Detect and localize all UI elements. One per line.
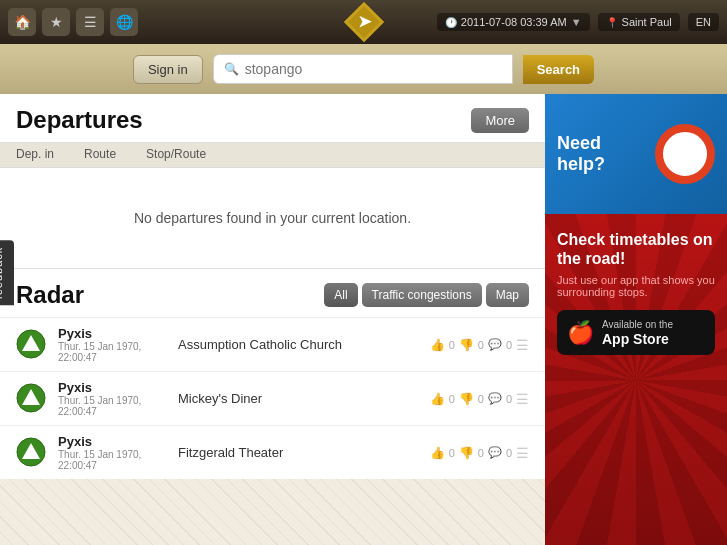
thumbs-up-count: 0 bbox=[449, 393, 455, 405]
radar-header: Radar All Traffic congestions Map bbox=[0, 269, 545, 317]
tab-map[interactable]: Map bbox=[486, 283, 529, 307]
search-box: 🔍 bbox=[213, 54, 513, 84]
menu-icon[interactable]: ☰ bbox=[76, 8, 104, 36]
menu-dots-icon[interactable]: ☰ bbox=[516, 445, 529, 461]
help-text: Need help? bbox=[557, 133, 645, 175]
radar-title: Radar bbox=[16, 281, 84, 309]
comment-count: 0 bbox=[506, 447, 512, 459]
comment-icon[interactable]: 💬 bbox=[488, 446, 502, 459]
globe-icon[interactable]: 🌐 bbox=[110, 8, 138, 36]
thumbs-down-count: 0 bbox=[478, 339, 484, 351]
language-text: EN bbox=[696, 16, 711, 28]
departures-columns: Dep. in Route Stop/Route bbox=[0, 142, 545, 168]
radar-item: Pyxis Thur. 15 Jan 1970, 22:00:47 Fitzge… bbox=[0, 425, 545, 479]
col-dep-in: Dep. in bbox=[16, 147, 54, 161]
radar-item-actions: 👍 0 👎 0 💬 0 ☰ bbox=[430, 445, 529, 461]
logo: ➤ bbox=[342, 0, 386, 44]
top-nav: 🏠 ★ ☰ 🌐 ➤ 🕐 2011-07-08 03:39 AM ▼ 📍 Sain… bbox=[0, 0, 727, 44]
app-store-name: App Store bbox=[602, 331, 673, 347]
sign-in-button[interactable]: Sign in bbox=[133, 55, 203, 84]
radar-item-location: Assumption Catholic Church bbox=[178, 337, 430, 352]
radar-item-icon bbox=[16, 437, 48, 469]
thumbs-down-count: 0 bbox=[478, 393, 484, 405]
radar-item-actions: 👍 0 👎 0 💬 0 ☰ bbox=[430, 391, 529, 407]
help-banner[interactable]: Need help? bbox=[545, 94, 727, 214]
app-store-badge[interactable]: 🍎 Available on the App Store bbox=[557, 310, 715, 355]
thumbs-down-count: 0 bbox=[478, 447, 484, 459]
location-text: Saint Paul bbox=[622, 16, 672, 28]
thumbs-up-icon[interactable]: 👍 bbox=[430, 392, 445, 406]
radar-tabs: All Traffic congestions Map bbox=[324, 283, 529, 307]
radar-item-date: Thur. 15 Jan 1970, 22:00:47 bbox=[58, 449, 178, 471]
language-badge[interactable]: EN bbox=[688, 13, 719, 31]
main-content: Departures More Dep. in Route Stop/Route… bbox=[0, 94, 727, 545]
col-route: Route bbox=[84, 147, 116, 161]
svg-text:➤: ➤ bbox=[357, 13, 371, 30]
radar-item: Pyxis Thur. 15 Jan 1970, 22:00:47 Mickey… bbox=[0, 371, 545, 425]
menu-dots-icon[interactable]: ☰ bbox=[516, 337, 529, 353]
apple-icon: 🍎 bbox=[567, 320, 594, 346]
radar-item-date: Thur. 15 Jan 1970, 22:00:47 bbox=[58, 341, 178, 363]
thumbs-up-icon[interactable]: 👍 bbox=[430, 446, 445, 460]
radar-item-icon bbox=[16, 383, 48, 415]
home-icon[interactable]: 🏠 bbox=[8, 8, 36, 36]
thumbs-up-count: 0 bbox=[449, 339, 455, 351]
tab-traffic[interactable]: Traffic congestions bbox=[362, 283, 482, 307]
datetime-text: 2011-07-08 03:39 AM bbox=[461, 16, 567, 28]
menu-dots-icon[interactable]: ☰ bbox=[516, 391, 529, 407]
comment-icon[interactable]: 💬 bbox=[488, 392, 502, 405]
radar-section: Radar All Traffic congestions Map Pyxis bbox=[0, 269, 545, 479]
star-icon[interactable]: ★ bbox=[42, 8, 70, 36]
search-button[interactable]: Search bbox=[523, 55, 594, 84]
departures-title: Departures bbox=[16, 106, 143, 134]
radar-item-date: Thur. 15 Jan 1970, 22:00:47 bbox=[58, 395, 178, 417]
feedback-tab[interactable]: feedback bbox=[0, 240, 14, 305]
radar-item-info: Pyxis Thur. 15 Jan 1970, 22:00:47 bbox=[58, 434, 178, 471]
nav-icons-left: 🏠 ★ ☰ 🌐 bbox=[8, 8, 138, 36]
thumbs-down-icon[interactable]: 👎 bbox=[459, 392, 474, 406]
col-stop-route: Stop/Route bbox=[146, 147, 206, 161]
datetime-badge: 🕐 2011-07-08 03:39 AM ▼ bbox=[437, 13, 590, 31]
comment-count: 0 bbox=[506, 393, 512, 405]
app-banner-subtitle: Just use our app that shows you surround… bbox=[557, 274, 715, 298]
more-button[interactable]: More bbox=[471, 108, 529, 133]
center-panel: Departures More Dep. in Route Stop/Route… bbox=[0, 94, 545, 545]
radar-item-location: Fitzgerald Theater bbox=[178, 445, 430, 460]
tab-all[interactable]: All bbox=[324, 283, 357, 307]
radar-item-icon bbox=[16, 329, 48, 361]
nav-right: 🕐 2011-07-08 03:39 AM ▼ 📍 Saint Paul EN bbox=[437, 13, 719, 31]
radar-item-name: Pyxis bbox=[58, 380, 178, 395]
radar-item-location: Mickey's Diner bbox=[178, 391, 430, 406]
radar-item-info: Pyxis Thur. 15 Jan 1970, 22:00:47 bbox=[58, 380, 178, 417]
radar-item: Pyxis Thur. 15 Jan 1970, 22:00:47 Assump… bbox=[0, 317, 545, 371]
radar-item-actions: 👍 0 👎 0 💬 0 ☰ bbox=[430, 337, 529, 353]
right-sidebar: Need help? Check timetables on the road!… bbox=[545, 94, 727, 545]
search-icon: 🔍 bbox=[224, 62, 239, 76]
radar-item-info: Pyxis Thur. 15 Jan 1970, 22:00:47 bbox=[58, 326, 178, 363]
thumbs-down-icon[interactable]: 👎 bbox=[459, 446, 474, 460]
radar-item-name: Pyxis bbox=[58, 434, 178, 449]
comment-count: 0 bbox=[506, 339, 512, 351]
location-badge: 📍 Saint Paul bbox=[598, 13, 680, 31]
no-departures-message: No departures found in your current loca… bbox=[0, 168, 545, 268]
app-banner-title: Check timetables on the road! bbox=[557, 230, 715, 268]
app-banner-content: Check timetables on the road! Just use o… bbox=[557, 230, 715, 355]
feedback-tab-container: feedback bbox=[0, 240, 14, 305]
thumbs-down-icon[interactable]: 👎 bbox=[459, 338, 474, 352]
departures-header: Departures More bbox=[0, 94, 545, 142]
app-store-label: Available on the bbox=[602, 318, 673, 331]
app-banner[interactable]: Check timetables on the road! Just use o… bbox=[545, 214, 727, 545]
radar-item-name: Pyxis bbox=[58, 326, 178, 341]
search-input[interactable] bbox=[245, 61, 502, 77]
lifebuoy-icon bbox=[655, 124, 715, 184]
app-store-info: Available on the App Store bbox=[602, 318, 673, 347]
search-bar: Sign in 🔍 Search bbox=[0, 44, 727, 94]
thumbs-up-count: 0 bbox=[449, 447, 455, 459]
thumbs-up-icon[interactable]: 👍 bbox=[430, 338, 445, 352]
comment-icon[interactable]: 💬 bbox=[488, 338, 502, 351]
departures-section: Departures More Dep. in Route Stop/Route… bbox=[0, 94, 545, 269]
